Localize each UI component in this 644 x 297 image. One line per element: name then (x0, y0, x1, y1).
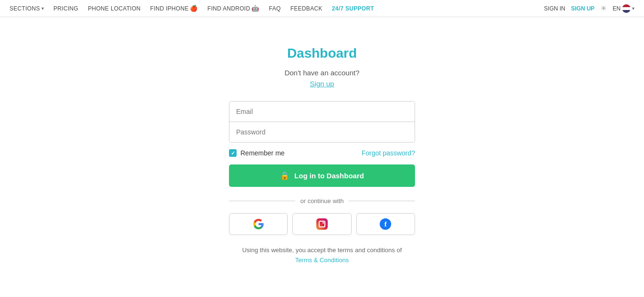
divider-line-right (349, 201, 415, 201)
terms-text: Using this website, you accept the terms… (229, 246, 415, 266)
nav-item-feedback[interactable]: FEEDBACK (291, 5, 322, 12)
nav-item-pricing[interactable]: PRICING (53, 5, 78, 12)
login-button[interactable]: 🔒 Log in to Dashboard (229, 164, 415, 187)
sign-in-link[interactable]: SIGN IN (544, 5, 565, 12)
email-field[interactable] (229, 102, 415, 122)
remember-me-checkbox[interactable] (229, 149, 237, 157)
sign-up-link[interactable]: SIGN UP (571, 5, 594, 12)
login-button-label: Log in to Dashboard (294, 172, 364, 180)
nav-item-phone-location[interactable]: PHONE LOCATION (88, 5, 141, 12)
divider: or continue with (229, 197, 415, 205)
navbar: SECTIONS ▾ PRICING PHONE LOCATION FIND I… (0, 0, 644, 17)
nav-left: SECTIONS ▾ PRICING PHONE LOCATION FIND I… (10, 5, 544, 12)
chevron-down-icon: ▾ (42, 6, 44, 11)
lang-label: EN (613, 5, 621, 12)
nav-item-support[interactable]: 24/7 SUPPORT (332, 5, 374, 12)
nav-item-find-android[interactable]: FIND ANDROID 🤖 (208, 5, 260, 12)
language-selector[interactable]: EN ▾ (613, 4, 634, 13)
signup-link[interactable]: Sign up (310, 80, 334, 88)
nav-right: SIGN IN SIGN UP ☀ EN ▾ (544, 4, 634, 13)
android-icon: 🤖 (251, 5, 259, 12)
divider-line-left (229, 201, 295, 201)
remember-me-label: Remember me (240, 149, 285, 157)
flag-icon (622, 4, 631, 13)
facebook-login-button[interactable]: f (356, 213, 415, 235)
credentials-input-group (229, 101, 415, 143)
subtitle-text: Don't have an account? (284, 69, 359, 77)
password-field[interactable] (229, 122, 415, 142)
nav-item-find-iphone[interactable]: FIND IPHONE 🍎 (150, 5, 198, 12)
nav-item-faq[interactable]: FAQ (269, 5, 281, 12)
lang-chevron-icon: ▾ (632, 6, 634, 11)
divider-text: or continue with (300, 197, 343, 205)
forgot-password-link[interactable]: Forgot password? (362, 149, 415, 157)
social-buttons-row: f (229, 213, 415, 235)
login-form: Remember me Forgot password? 🔒 Log in to… (229, 101, 415, 266)
terms-link[interactable]: Terms & Conditions (295, 256, 349, 264)
google-login-button[interactable] (229, 213, 288, 235)
instagram-login-button[interactable] (292, 213, 351, 235)
options-row: Remember me Forgot password? (229, 149, 415, 157)
main-content: Dashboard Don't have an account? Sign up… (0, 17, 644, 266)
sections-label: SECTIONS (10, 5, 40, 12)
google-icon (253, 218, 264, 230)
page-title: Dashboard (287, 46, 357, 61)
instagram-icon (316, 218, 328, 230)
lock-icon: 🔒 (280, 171, 290, 180)
remember-me-group: Remember me (229, 149, 285, 157)
theme-toggle-icon[interactable]: ☀ (600, 4, 607, 13)
apple-icon: 🍎 (190, 5, 197, 12)
nav-item-sections[interactable]: SECTIONS ▾ (10, 5, 44, 12)
facebook-icon: f (380, 218, 391, 230)
